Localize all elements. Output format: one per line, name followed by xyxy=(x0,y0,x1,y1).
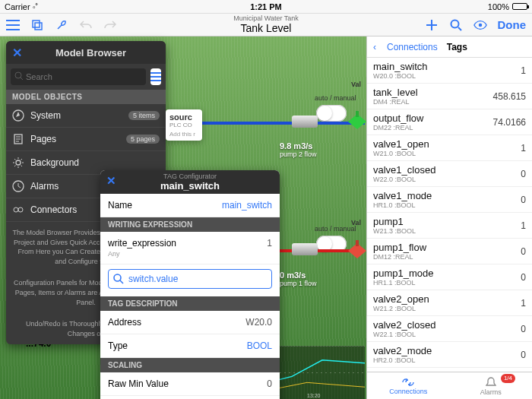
tag-value: 74.0166 xyxy=(493,117,526,128)
close-icon[interactable]: ✕ xyxy=(106,174,116,188)
tag-row[interactable]: valve2_modeHR2.0 :BOOL0 xyxy=(367,342,532,368)
tag-row[interactable]: pump1W21.3 :BOOL1 xyxy=(367,213,532,239)
svg-text:13:20: 13:20 xyxy=(307,393,321,398)
tag-value: 1 xyxy=(521,143,526,154)
tag-row[interactable]: valve2_closedW22.1 :BOOL0 xyxy=(367,316,532,342)
connections-link[interactable]: Connections xyxy=(387,42,438,52)
done-button[interactable]: Done xyxy=(498,18,527,31)
browser-item-pages[interactable]: Pages5 pages xyxy=(6,128,166,151)
undo-icon[interactable] xyxy=(79,18,93,32)
tag-value: 0 xyxy=(521,169,526,179)
count-pill: 5 items xyxy=(128,111,160,120)
tag-list[interactable]: main_switchW20.0 :BOOL1tank_levelDM4 :RE… xyxy=(367,58,532,372)
tag-meta: W22.1 :BOOL xyxy=(373,331,435,338)
flow2: 0 m3/s xyxy=(280,271,306,280)
tag-value: 0 xyxy=(521,195,526,205)
tag-name: valve2_open xyxy=(373,293,429,305)
tag-row[interactable]: valve1_openW21.0 :BOOL1 xyxy=(367,135,532,161)
tag-row[interactable]: pump1_modeHR1.1 :BOOL0 xyxy=(367,264,532,290)
copy-icon[interactable] xyxy=(30,18,44,32)
status-bar: Carrier ◦˚ 1:21 PM 100% xyxy=(0,0,532,14)
wrench-icon[interactable] xyxy=(55,18,68,32)
tag-meta: HR2.0 :BOOL xyxy=(373,356,432,364)
source-popup[interactable]: sourc PLC CO Add this r xyxy=(166,109,202,141)
section-writing-expression: WRITING EXPRESSION xyxy=(100,217,280,232)
alarm-badge: 1/4 xyxy=(501,374,515,383)
bell-icon xyxy=(485,376,497,388)
source-title: sourc xyxy=(169,112,198,122)
expression-input[interactable] xyxy=(108,269,272,289)
tag-row[interactable]: valve1_modeHR1.0 :BOOL0 xyxy=(367,187,532,213)
svg-rect-6 xyxy=(356,111,359,117)
tag-row[interactable]: valve2_openW21.2 :BOOL1 xyxy=(367,290,532,316)
tag-row[interactable]: pump1_flowDM12 :REAL0 xyxy=(367,239,532,264)
cfg-name-row[interactable]: Name main_switch xyxy=(100,194,280,217)
cfg-rawmin-row[interactable]: Raw Min Value0 xyxy=(100,372,280,396)
tag-configurator[interactable]: ✕ TAG Configurator main_switch Name main… xyxy=(100,170,280,399)
tag-row[interactable]: output_flowDM22 :REAL74.0166 xyxy=(367,109,532,135)
menu-icon[interactable] xyxy=(6,18,20,32)
tag-value: 0 xyxy=(521,246,526,257)
tab-connections[interactable]: Connections xyxy=(367,372,450,399)
eye-icon[interactable] xyxy=(473,18,487,32)
cfg-rawmax-row[interactable]: Raw Max Value0 xyxy=(100,396,280,399)
tag-name: main_switch xyxy=(373,61,428,72)
tag-value: 458.615 xyxy=(493,91,526,102)
wifi-icon: ◦˚ xyxy=(33,2,39,11)
tag-value: 1 xyxy=(521,65,526,76)
section-scaling: SCALING xyxy=(100,358,280,372)
source-sub: PLC CO xyxy=(169,122,198,128)
battery-pct: 100% xyxy=(488,2,509,11)
gear-icon xyxy=(12,157,24,169)
tag-row[interactable]: valve1_closedW22.0 :BOOL0 xyxy=(367,161,532,187)
tag-meta: W21.2 :BOOL xyxy=(373,305,429,312)
add-icon[interactable] xyxy=(425,18,439,32)
tag-name: valve2_closed xyxy=(373,319,435,331)
toggle-1[interactable] xyxy=(316,105,347,122)
search-icon[interactable] xyxy=(449,18,463,32)
tag-value: 0 xyxy=(521,350,526,360)
page-title: Tank Level xyxy=(233,23,299,34)
svg-point-21 xyxy=(114,274,121,281)
cfg-type-row[interactable]: TypeBOOL xyxy=(100,334,280,358)
tag-meta: W20.0 :BOOL xyxy=(373,72,428,80)
browser-item-system[interactable]: System5 items xyxy=(6,104,166,128)
tag-name: valve1_mode xyxy=(373,190,432,201)
section-tag-description: TAG DESCRIPTION xyxy=(100,296,280,311)
expression-field[interactable] xyxy=(128,274,267,284)
tag-name: tank_level xyxy=(373,87,418,98)
search-input[interactable] xyxy=(11,68,146,85)
svg-rect-0 xyxy=(33,21,40,27)
tag-meta: DM4 :REAL xyxy=(373,98,418,106)
tab-alarms[interactable]: Alarms 1/4 xyxy=(450,372,533,399)
valve-label-2: Val xyxy=(351,219,361,226)
cfg-write-expression[interactable]: write_expression 1 Any xyxy=(100,232,280,264)
tag-meta: HR1.1 :BOOL xyxy=(373,279,434,287)
count-pill: 5 pages xyxy=(126,135,160,144)
close-icon[interactable]: ✕ xyxy=(12,46,22,60)
redo-icon[interactable] xyxy=(103,18,117,32)
svg-point-3 xyxy=(478,23,482,27)
tags-heading: Tags xyxy=(447,42,467,52)
tag-row[interactable]: main_switchW20.0 :BOOL1 xyxy=(367,58,532,84)
cfg-address-row[interactable]: AddressW20.0 xyxy=(100,311,280,334)
clock: 1:21 PM xyxy=(250,2,282,11)
svg-point-19 xyxy=(14,207,18,212)
search-icon xyxy=(113,274,124,284)
flow2-sub: pump 1 flow xyxy=(280,280,317,287)
tag-name: pump1_flow xyxy=(373,242,426,253)
pages-icon xyxy=(12,133,24,145)
tag-name: valve1_closed xyxy=(373,164,435,176)
tag-row[interactable]: tank_levelDM4 :REAL458.615 xyxy=(367,84,532,109)
source-desc: Add this r xyxy=(169,131,198,138)
tag-value: 1 xyxy=(521,298,526,309)
tag-name: pump1_mode xyxy=(373,268,434,279)
tag-name: pump1 xyxy=(373,216,416,227)
cfg-title: main_switch xyxy=(105,180,275,192)
tag-meta: DM12 :REAL xyxy=(373,253,426,261)
list-toggle-icon[interactable] xyxy=(150,68,161,85)
back-chevron-icon[interactable]: ‹ xyxy=(373,42,376,52)
tag-meta: HR1.0 :BOOL xyxy=(373,201,432,209)
link-icon xyxy=(12,204,24,216)
search-icon xyxy=(14,71,24,81)
